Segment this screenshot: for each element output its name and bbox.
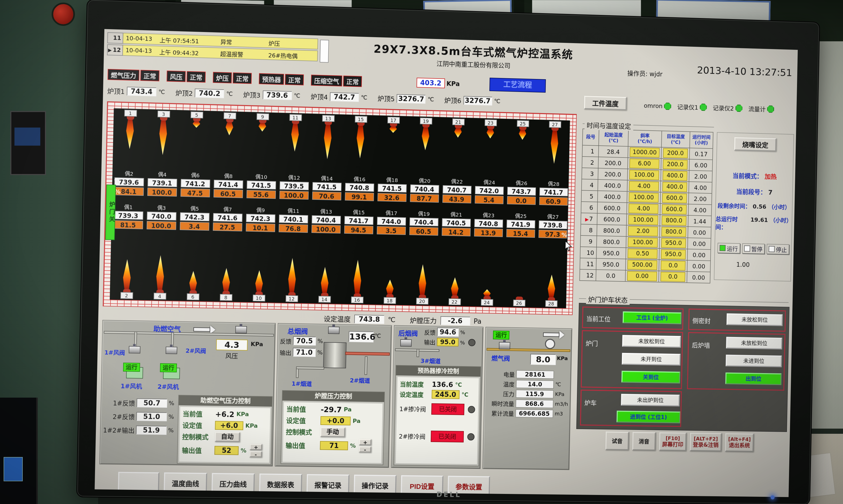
burner-settings-button[interactable]: 烧嘴设定 bbox=[734, 137, 776, 151]
thermocouple-output: 100.0 bbox=[311, 224, 340, 234]
burner: 8 bbox=[209, 256, 243, 301]
slope-input[interactable]: 100.00 bbox=[628, 237, 658, 248]
burner-number: 9 bbox=[256, 113, 269, 120]
target-input[interactable]: 400.0 bbox=[662, 182, 687, 192]
target-input[interactable]: 600.0 bbox=[662, 193, 687, 203]
slope-input[interactable]: 500.00 bbox=[627, 260, 657, 270]
wall-state: 出到位 bbox=[725, 373, 782, 385]
system-button[interactable]: [Alt+F4] 退出系统 bbox=[725, 433, 754, 452]
status-badge: 风压 正常 bbox=[166, 71, 205, 83]
alarm-date: 10-04-13 bbox=[123, 47, 159, 54]
thermocouple-temp: 740.1 bbox=[279, 215, 308, 223]
burner-number: 13 bbox=[322, 115, 335, 122]
burner: 5 bbox=[179, 111, 213, 156]
setpoint-input[interactable]: +6.0 bbox=[215, 421, 243, 430]
toolbar-button[interactable]: 报警记录 bbox=[307, 474, 349, 495]
slope-input[interactable]: 0.50 bbox=[628, 248, 658, 259]
stray-value: 1.00 bbox=[736, 261, 750, 269]
segment-number: ▶11 bbox=[580, 258, 596, 270]
emergency-button[interactable] bbox=[52, 3, 75, 26]
slope-cell: 0.50 bbox=[626, 248, 659, 259]
toolbar-button[interactable]: 数据报表 bbox=[259, 473, 302, 495]
run-checkbox[interactable]: 运行 bbox=[717, 243, 740, 253]
system-button[interactable]: [F10] 屏幕打印 bbox=[659, 432, 686, 451]
monitor-bezel: 11 10-04-13 上午 07:54:51 异常 炉压 ▶12 bbox=[76, 0, 820, 504]
flame-icon bbox=[549, 131, 559, 164]
preheater-panel: 后烟阀 反馈 94.6% 输出 95.0% 3#烟道 预热 bbox=[391, 325, 484, 469]
target-input[interactable]: 400.0 bbox=[662, 170, 687, 181]
pause-checkbox[interactable]: 暂停 bbox=[742, 243, 765, 254]
slope-input[interactable]: 100.00 bbox=[628, 215, 658, 225]
slope-input[interactable]: 2.00 bbox=[628, 226, 658, 236]
run-time: 0.00 bbox=[687, 238, 711, 249]
current-value: -29.7 bbox=[321, 405, 342, 414]
target-input[interactable]: 800.0 bbox=[661, 227, 686, 237]
burner: 27 bbox=[538, 121, 570, 165]
toolbar-button[interactable]: 操作记录 bbox=[354, 474, 396, 496]
start-temp: 400.0 bbox=[597, 191, 627, 203]
alarm-list[interactable]: 11 10-04-13 上午 07:54:51 异常 炉压 ▶12 bbox=[107, 32, 318, 62]
decrease-button[interactable]: - bbox=[250, 451, 262, 457]
burner-tip-icon bbox=[160, 118, 167, 121]
mode-button[interactable]: 自动 bbox=[215, 432, 240, 442]
target-input[interactable]: 800.0 bbox=[662, 216, 686, 226]
burner-number: 19 bbox=[420, 118, 432, 124]
toolbar-button[interactable]: 压力曲线 bbox=[212, 473, 255, 494]
gas-valve-icon bbox=[499, 342, 510, 349]
system-button[interactable]: [ALT+F2] 登录&注销 bbox=[689, 433, 722, 452]
thermocouple-label: 偶23 bbox=[472, 212, 505, 219]
system-button[interactable]: 消音 bbox=[632, 432, 656, 451]
target-input[interactable]: 950.0 bbox=[661, 238, 686, 248]
mode-button[interactable]: 手动 bbox=[320, 427, 345, 437]
setpoint-input[interactable]: 245.0 bbox=[432, 390, 460, 399]
output-input[interactable]: 71 bbox=[320, 441, 348, 450]
system-button[interactable]: 试音 bbox=[605, 431, 629, 450]
target-input[interactable]: 200.0 bbox=[663, 159, 687, 169]
thermocouple-temp: 741.6 bbox=[213, 213, 242, 222]
slope-input[interactable]: 100.00 bbox=[629, 169, 659, 180]
decrease-button[interactable]: - bbox=[359, 446, 371, 453]
target-cell: 950.0 bbox=[659, 237, 688, 249]
furnace-top-value: 742.7 bbox=[330, 92, 359, 102]
knob-icon[interactable] bbox=[468, 406, 475, 413]
target-input[interactable]: 200.0 bbox=[663, 148, 688, 158]
process-flow-button[interactable]: 工艺流程 bbox=[489, 78, 546, 93]
setpoint-input[interactable]: +0.0 bbox=[321, 416, 351, 426]
output-input[interactable]: 52 bbox=[214, 446, 239, 455]
link-indicator: omron bbox=[644, 102, 671, 110]
system-buttons: 试音 消音 [F10] 屏幕打印 [ bbox=[605, 431, 754, 452]
partial-button[interactable] bbox=[118, 472, 159, 493]
target-input[interactable]: 600.0 bbox=[662, 204, 686, 215]
slope-input[interactable]: 6.00 bbox=[629, 159, 659, 169]
knob-icon[interactable] bbox=[468, 339, 475, 346]
knob-icon[interactable] bbox=[467, 433, 474, 440]
burner-tip-icon bbox=[123, 289, 130, 292]
burner-tip-icon bbox=[226, 119, 233, 122]
burner: 20 bbox=[406, 260, 439, 305]
thermocouple: 偶17 744.0 3.5 bbox=[375, 210, 408, 235]
burner-number: 25 bbox=[517, 120, 529, 127]
burner-number: 23 bbox=[484, 119, 497, 126]
slope-input[interactable]: 4.00 bbox=[629, 181, 659, 191]
thermocouple-output: 55.6 bbox=[246, 190, 275, 199]
thermocouple-output: 81.5 bbox=[113, 220, 143, 229]
slope-input[interactable]: 1000.00 bbox=[630, 147, 660, 158]
toolbar-button[interactable]: 温度曲线 bbox=[164, 472, 207, 494]
increase-button[interactable]: + bbox=[359, 439, 372, 445]
slope-input[interactable]: 100.00 bbox=[629, 192, 659, 202]
col-segment: 段号 bbox=[582, 129, 599, 146]
stop-checkbox[interactable]: 停止 bbox=[766, 244, 789, 254]
slope-input[interactable]: 4.00 bbox=[628, 203, 658, 214]
thermocouple: 偶5 742.3 3.4 bbox=[178, 205, 211, 231]
workpiece-temp-button[interactable]: 工件温度 bbox=[584, 96, 627, 110]
target-input[interactable]: 950.0 bbox=[661, 249, 686, 259]
target-input[interactable]: 0.0 bbox=[660, 272, 685, 282]
furnace-top-value: 3276.7 bbox=[463, 96, 492, 106]
flame-icon bbox=[122, 259, 132, 289]
increase-button[interactable]: + bbox=[250, 444, 262, 450]
target-input[interactable]: 0.0 bbox=[661, 260, 685, 271]
thermocouple: 偶28 741.7 60.9 bbox=[537, 180, 570, 205]
valve-motor-icon bbox=[165, 347, 177, 354]
burner: 2 bbox=[110, 254, 144, 299]
slope-input[interactable]: 0.00 bbox=[627, 271, 657, 282]
